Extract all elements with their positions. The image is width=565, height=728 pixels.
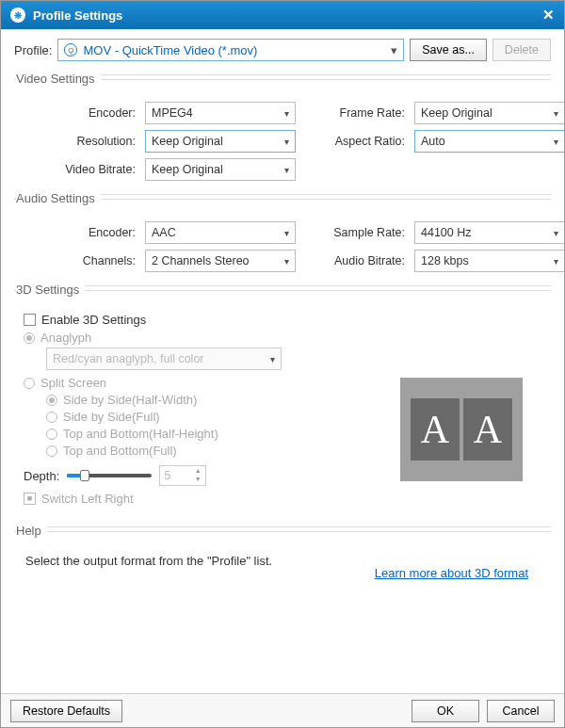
video-bitrate-dropdown[interactable]: Keep Original▾ xyxy=(145,158,296,181)
3d-preview-thumbnail: A A xyxy=(400,378,523,481)
chevron-down-icon: ▾ xyxy=(554,137,558,147)
audio-settings-group: Audio Settings Encoder: AAC▾ Sample Rate… xyxy=(14,194,551,272)
save-as-button[interactable]: Save as... xyxy=(410,39,487,61)
preview-left: A xyxy=(411,398,460,461)
3d-settings-title: 3D Settings xyxy=(16,283,85,297)
sbs-half-label: Side by Side(Half-Width) xyxy=(63,393,197,407)
sample-rate-dropdown[interactable]: 44100 Hz▾ xyxy=(414,221,564,244)
title-bar: ❋ Profile Settings ✕ xyxy=(1,1,564,29)
chevron-down-icon: ▾ xyxy=(554,108,558,119)
frame-rate-dropdown[interactable]: Keep Original▾ xyxy=(414,102,564,124)
footer-bar: Restore Defaults OK Cancel xyxy=(1,693,564,727)
anaglyph-radio xyxy=(24,332,35,344)
tb-full-label: Top and Bottom(Full) xyxy=(63,444,177,458)
restore-defaults-button[interactable]: Restore Defaults xyxy=(10,700,122,722)
switch-lr-label: Switch Left Right xyxy=(41,492,134,506)
chevron-down-icon: ▾ xyxy=(284,137,289,147)
audio-settings-title: Audio Settings xyxy=(16,191,101,205)
chevron-down-icon: ▾ xyxy=(554,256,558,267)
profile-dropdown[interactable]: Q MOV - QuickTime Video (*.mov) ▾ xyxy=(57,39,404,61)
depth-spinner: 5 ▲▼ xyxy=(159,465,206,486)
aspect-ratio-label: Aspect Ratio: xyxy=(303,135,407,148)
aspect-ratio-dropdown[interactable]: Auto▾ xyxy=(414,130,564,153)
app-logo-icon: ❋ xyxy=(10,8,25,23)
spinner-up-icon: ▲ xyxy=(192,467,203,476)
split-screen-label: Split Screen xyxy=(40,376,106,390)
sbs-full-radio xyxy=(46,412,57,423)
quicktime-icon: Q xyxy=(64,43,77,57)
video-bitrate-label: Video Bitrate: xyxy=(20,163,137,176)
chevron-down-icon: ▾ xyxy=(284,108,289,119)
tb-half-radio xyxy=(46,429,57,440)
enable-3d-label: Enable 3D Settings xyxy=(41,313,146,327)
split-screen-radio xyxy=(24,378,35,389)
enable-3d-checkbox[interactable] xyxy=(24,314,36,326)
frame-rate-label: Frame Rate: xyxy=(303,106,407,120)
depth-slider xyxy=(67,474,152,477)
audio-bitrate-label: Audio Bitrate: xyxy=(303,254,407,267)
learn-more-3d-link[interactable]: Learn more about 3D format xyxy=(375,566,528,580)
help-group: Help Select the output format from the "… xyxy=(14,526,551,568)
chevron-down-icon: ▾ xyxy=(391,43,397,57)
channels-dropdown[interactable]: 2 Channels Stereo▾ xyxy=(145,250,296,272)
chevron-down-icon: ▾ xyxy=(554,228,558,238)
channels-label: Channels: xyxy=(20,254,137,267)
ok-button[interactable]: OK xyxy=(412,700,479,722)
slider-knob xyxy=(80,470,89,481)
video-encoder-dropdown[interactable]: MPEG4▾ xyxy=(145,102,296,124)
profile-value: MOV - QuickTime Video (*.mov) xyxy=(83,43,257,57)
sample-rate-label: Sample Rate: xyxy=(303,226,407,239)
tb-half-label: Top and Bottom(Half-Height) xyxy=(63,427,218,441)
preview-right: A xyxy=(463,398,512,461)
cancel-button[interactable]: Cancel xyxy=(487,700,555,722)
video-settings-group: Video Settings Encoder: MPEG4▾ Frame Rat… xyxy=(14,74,551,181)
chevron-down-icon: ▾ xyxy=(284,165,289,175)
depth-label: Depth: xyxy=(24,469,59,483)
delete-button: Delete xyxy=(492,39,551,61)
close-icon[interactable]: ✕ xyxy=(542,7,555,24)
chevron-down-icon: ▾ xyxy=(284,256,289,267)
profile-label: Profile: xyxy=(14,43,52,57)
resolution-dropdown[interactable]: Keep Original▾ xyxy=(145,130,296,153)
anaglyph-mode-dropdown: Red/cyan anaglyph, full color▾ xyxy=(46,348,282,370)
audio-encoder-label: Encoder: xyxy=(20,226,137,239)
tb-full-radio xyxy=(46,445,57,457)
audio-encoder-dropdown[interactable]: AAC▾ xyxy=(145,221,296,244)
audio-bitrate-dropdown[interactable]: 128 kbps▾ xyxy=(414,250,564,272)
sbs-half-radio xyxy=(46,395,57,406)
video-encoder-label: Encoder: xyxy=(20,106,137,120)
switch-lr-checkbox xyxy=(24,493,36,505)
anaglyph-label: Anaglyph xyxy=(40,331,91,345)
window-title: Profile Settings xyxy=(33,8,542,23)
sbs-full-label: Side by Side(Full) xyxy=(63,410,160,424)
help-title: Help xyxy=(16,524,47,538)
spinner-down-icon: ▼ xyxy=(192,476,203,484)
chevron-down-icon: ▾ xyxy=(284,228,289,238)
video-settings-title: Video Settings xyxy=(16,72,101,86)
chevron-down-icon: ▾ xyxy=(270,354,275,364)
resolution-label: Resolution: xyxy=(20,135,137,148)
